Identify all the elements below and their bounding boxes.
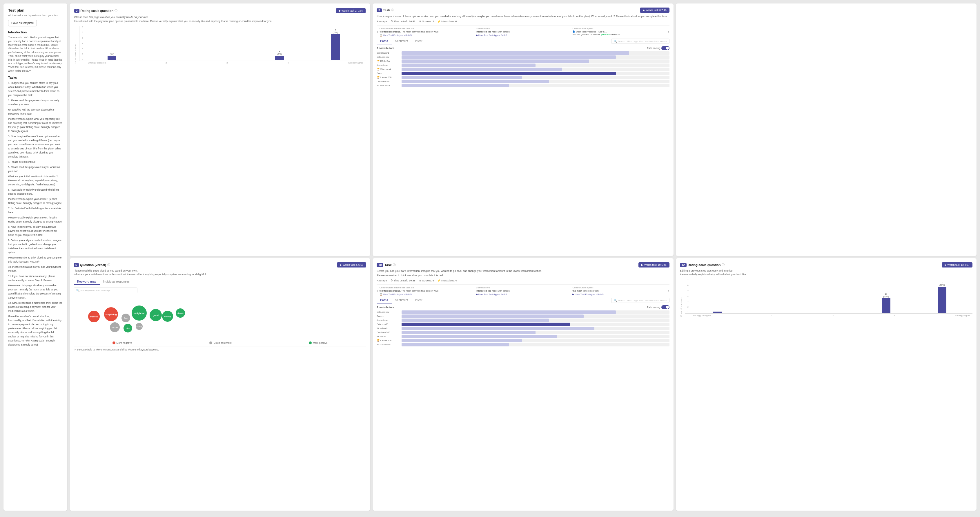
title-2: Rating scale question bbox=[81, 9, 114, 13]
path-row-10-9: ← contributor bbox=[377, 343, 669, 346]
interactions-3: ⚡ Interactions: 6 bbox=[438, 20, 457, 23]
bar-fill-12-4 bbox=[882, 298, 891, 313]
tab-intent-10[interactable]: Intent bbox=[412, 297, 426, 303]
desc-5: Please read this page aloud as you would… bbox=[74, 269, 366, 272]
tab-bar-3: Paths Sentiment Intent bbox=[377, 38, 426, 45]
card3-hdr: 3 Task ⓘ ▶ Watch task 3 7:46 bbox=[377, 8, 669, 13]
tab-sentiment-main-3[interactable]: Sentiment bbox=[392, 38, 412, 45]
path-row-10-4: Princess80 bbox=[377, 322, 669, 326]
arrow-left-3[interactable]: ‹ bbox=[377, 29, 378, 35]
bar-fill-4 bbox=[275, 56, 284, 60]
card5-ttl: 5 Question (verbal) ⓘ bbox=[74, 263, 110, 267]
search-5[interactable]: 🔍 Add keywords from transcript bbox=[74, 287, 137, 293]
info-5: ⓘ bbox=[107, 263, 110, 267]
watch-3[interactable]: ▶ Watch task 3 7:46 bbox=[640, 8, 669, 13]
tasks-heading: Tasks bbox=[8, 76, 63, 79]
toggle-3[interactable] bbox=[661, 46, 670, 50]
bubble-good: good bbox=[150, 309, 162, 321]
tasks-body: 1. Imagine that you couldn't afford to p… bbox=[8, 81, 63, 506]
cursor-icon: ↗ bbox=[74, 348, 76, 351]
info-2: ⓘ bbox=[115, 9, 118, 13]
chart-area-2: Count of responses 7654321 1(9%) bbox=[74, 26, 366, 64]
arrow-right-3[interactable]: › bbox=[668, 29, 669, 35]
tracing-3: Path tracing bbox=[647, 46, 669, 50]
bar-1: 1(9%) bbox=[108, 50, 116, 60]
bar-fill-1 bbox=[108, 56, 116, 60]
card-placeholder-top bbox=[676, 3, 977, 256]
neg-label: More negative bbox=[116, 341, 132, 345]
bar-12-4: 2(22%) bbox=[882, 293, 891, 313]
search-10[interactable]: 🔍 Search URLs, page titles, sentiment an… bbox=[611, 298, 670, 303]
card-12-main: 12 Rating scale question ⓘ ▶ Watch task … bbox=[676, 258, 977, 511]
bubble-map: worried surprising fine delightful good … bbox=[74, 296, 366, 340]
pos-label: More positive bbox=[313, 341, 328, 345]
paths-header-10: 9 contributors Path tracing bbox=[377, 305, 669, 309]
card12-hdr: 12 Rating scale question ⓘ ▶ Watch task … bbox=[680, 262, 972, 268]
paths-container-3: contributor1 cate.kanney 🏆 KC4UGA demert… bbox=[377, 51, 669, 87]
path-row-3-6: Bach... bbox=[377, 72, 669, 75]
paths-container-10: cate.kanney Bach... demertuser Princess8… bbox=[377, 310, 669, 346]
path-row-3-8: CoolNew105 bbox=[377, 80, 669, 83]
tab-paths-10[interactable]: Paths bbox=[377, 297, 391, 303]
card-2-main: 2 Rating scale question ⓘ ▶ Watch task 2… bbox=[70, 3, 370, 256]
watch-5[interactable]: ▶ Watch task 5 6:59 bbox=[337, 262, 366, 268]
search-text-5: Add keywords from transcript bbox=[80, 289, 110, 292]
tab-paths-main-3[interactable]: Paths bbox=[377, 38, 391, 45]
tab-sentiment-10[interactable]: Sentiment bbox=[392, 297, 412, 303]
interactions-10: ⚡ Interactions: 4 bbox=[438, 279, 457, 282]
path-row-3-3: 🏆 KC4UGA bbox=[377, 59, 669, 63]
arrow-left-10[interactable]: ‹ bbox=[377, 288, 378, 294]
search-icon-main-3: 🔍 bbox=[614, 40, 617, 43]
contrib-area-3: ‹ Contributors ended the task on 4 diffe… bbox=[377, 25, 669, 37]
bar-fill-5 bbox=[331, 34, 340, 60]
toggle-10[interactable] bbox=[661, 305, 670, 309]
contrib-area-10: ‹ Contributors ended the task on 5 diffe… bbox=[377, 284, 669, 296]
bubble-crazy: crazy bbox=[136, 323, 143, 330]
card2-hdr: 2 Rating scale question ⓘ ▶ Watch task 2… bbox=[74, 8, 366, 13]
watch-10[interactable]: ▶ Watch task 10 5:46 bbox=[638, 262, 669, 268]
intro-title: Introduction bbox=[8, 30, 63, 34]
title-5: Question (verbal) bbox=[80, 263, 106, 266]
y-label-12: Count of responses bbox=[680, 282, 682, 317]
card5-hdr: 5 Question (verbal) ⓘ ▶ Watch task 5 6:5… bbox=[74, 262, 366, 268]
subdesc-5: What are your initial reactions to this … bbox=[74, 273, 366, 276]
full-layout: Test plan All the tasks and questions fr… bbox=[0, 0, 980, 517]
num-5: 5 bbox=[74, 263, 79, 267]
contrib-interact-3: Contributors Interacted the most with sc… bbox=[476, 27, 570, 37]
desc-12: Editing a previous step was easy and int… bbox=[680, 269, 972, 272]
y-axis-12: 7654321 bbox=[687, 279, 689, 313]
bar-groups-12: 2(22%) 7(78%) bbox=[690, 279, 970, 313]
title-12: Rating scale question bbox=[688, 263, 721, 266]
bar-12-5: 7(78%) bbox=[938, 281, 947, 313]
bubble-secure: secure bbox=[110, 322, 120, 332]
watch-12[interactable]: ▶ Watch task 12 2:27 bbox=[942, 262, 972, 268]
tab-individual-5[interactable]: Individual responses bbox=[100, 279, 133, 285]
contrib-ended-10: Contributors ended the task on 5 differe… bbox=[380, 286, 474, 296]
bubble-delightful: delightful bbox=[132, 305, 147, 321]
search-3[interactable]: 🔍 Search URLs, page titles, sentiment an… bbox=[611, 38, 670, 44]
bubble-nice: nice bbox=[124, 324, 132, 332]
legend-neg: More negative bbox=[113, 341, 132, 345]
card-3-main: 3 Task ⓘ ▶ Watch task 3 7:46 Now, imagin… bbox=[372, 3, 673, 256]
path-row-3-2: cate.kanney bbox=[377, 56, 669, 59]
arrow-right-10[interactable]: › bbox=[668, 288, 669, 294]
card2-ttl: 2 Rating scale question ⓘ bbox=[74, 9, 118, 13]
neg-dot bbox=[113, 341, 115, 345]
bars-2: 7654321 1(9%) bbox=[79, 26, 366, 61]
desc-3: Now, imagine if none of these options wo… bbox=[377, 14, 669, 18]
save-template-btn[interactable]: Save as template bbox=[8, 20, 37, 26]
bar-groups-2: 1(9%) 1(9%) bbox=[84, 26, 363, 61]
num-3: 3 bbox=[377, 8, 382, 12]
footnote-5: ↗ Select a circle to view the transcript… bbox=[74, 346, 366, 351]
tab-intent-main-3[interactable]: Intent bbox=[412, 38, 426, 45]
contrib-count-10: 9 contributors bbox=[377, 306, 394, 309]
path-row-10-3: demertuser bbox=[377, 319, 669, 322]
stats-10: Average ⏱ Time on task: 00:38 🖥 Screens:… bbox=[377, 279, 669, 282]
bubble-legend: More negative Mixed sentiment More posit… bbox=[74, 341, 366, 345]
tab-keyword-5[interactable]: Keyword map bbox=[74, 279, 100, 285]
bar-fill-12-5 bbox=[938, 287, 947, 313]
avg-10: Average bbox=[377, 279, 387, 282]
legend-pos: More positive bbox=[309, 341, 328, 345]
chart-area-12: Count of responses 7654321 bbox=[680, 279, 972, 317]
watch-2[interactable]: ▶ Watch task 2 9:56 bbox=[336, 8, 366, 13]
